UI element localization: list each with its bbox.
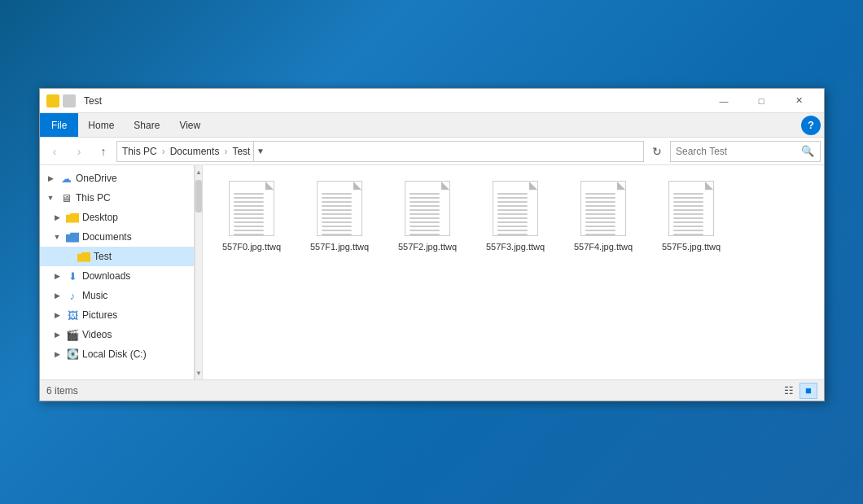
sidebar: ▶ ☁ OneDrive ▼ 🖥 This PC ▶ Desktop [40, 165, 195, 379]
file-icon-2 [401, 179, 453, 238]
address-box[interactable]: This PC › Documents › Test ▼ [116, 141, 644, 162]
pictures-icon: 🖼 [66, 309, 79, 322]
sidebar-item-downloads[interactable]: ▶ ⬇ Downloads [40, 266, 194, 286]
doc-line [234, 221, 264, 223]
breadcrumb-test[interactable]: Test [232, 146, 250, 157]
file-doc-2 [405, 181, 450, 236]
minimize-button[interactable]: — [705, 89, 743, 113]
file-item-4[interactable]: 557F4.jpg.ttwq [563, 173, 644, 258]
file-doc-5 [668, 181, 714, 236]
sidebar-label-desktop: Desktop [82, 212, 118, 223]
expand-icon-desktop: ▶ [51, 212, 63, 223]
address-bar: ‹ › ↑ This PC › Documents › Test ▼ ↻ [40, 138, 824, 165]
search-box: 🔍 [670, 141, 821, 162]
pin-icon [63, 94, 76, 107]
expand-icon-pictures: ▶ [51, 309, 63, 321]
breadcrumb-thispc[interactable]: This PC [122, 146, 157, 157]
file-explorer-window: Test — □ ✕ File Home Share View ? ‹ › ↑ … [39, 88, 825, 401]
file-item-3[interactable]: 557F3.jpg.ttwq [475, 173, 556, 258]
title-bar-left: Test [46, 94, 705, 107]
sidebar-label-onedrive: OneDrive [76, 173, 117, 184]
file-item-2[interactable]: 557F2.jpg.ttwq [387, 173, 468, 258]
folder-icon-test [77, 250, 90, 263]
sidebar-label-localdisk: Local Disk (C:) [82, 348, 147, 360]
expand-icon-onedrive: ▶ [45, 173, 56, 184]
sidebar-scrollbar[interactable]: ▲ ▼ [195, 165, 203, 379]
breadcrumb-sep-2: › [224, 146, 227, 157]
sidebar-item-pictures[interactable]: ▶ 🖼 Pictures [40, 305, 194, 325]
breadcrumb-test-label: Test [232, 146, 250, 157]
desktop: Test — □ ✕ File Home Share View ? ‹ › ↑ … [0, 0, 863, 504]
doc-line [234, 230, 264, 231]
file-icon-3 [489, 179, 541, 238]
doc-line [234, 201, 264, 203]
menu-bar: File Home Share View ? [40, 113, 824, 138]
breadcrumb-thispc-label: This PC [122, 146, 157, 157]
sidebar-item-thispc[interactable]: ▼ 🖥 This PC [40, 188, 194, 208]
file-item-0[interactable]: 557F0.jpg.ttwq [211, 173, 292, 258]
up-button[interactable]: ↑ [92, 140, 115, 163]
disk-icon: 💽 [66, 348, 79, 361]
main-area: ▶ ☁ OneDrive ▼ 🖥 This PC ▶ Desktop [40, 165, 824, 379]
breadcrumb-sep-1: › [162, 146, 165, 157]
view-controls: ☷ ■ [780, 383, 817, 399]
sidebar-item-documents[interactable]: ▼ Documents [40, 227, 194, 247]
file-name-4: 557F4.jpg.ttwq [574, 241, 633, 252]
videos-icon: 🎬 [66, 328, 79, 341]
file-item-1[interactable]: 557F1.jpg.ttwq [299, 173, 380, 258]
sidebar-item-videos[interactable]: ▶ 🎬 Videos [40, 325, 194, 344]
refresh-button[interactable]: ↻ [646, 140, 668, 163]
search-button[interactable]: 🔍 [799, 142, 817, 160]
menu-help[interactable]: ? [801, 116, 821, 135]
doc-line [234, 197, 264, 199]
folder-icon-desktop [66, 211, 79, 224]
scroll-down-arrow[interactable]: ▼ [195, 366, 203, 379]
status-item-count: 6 items [46, 385, 780, 397]
expand-icon-downloads: ▶ [51, 270, 63, 282]
file-area: 557F0.jpg.ttwq 557F1.jpg.ttwq [203, 165, 824, 379]
back-button[interactable]: ‹ [43, 140, 66, 163]
breadcrumb-documents[interactable]: Documents [170, 146, 220, 157]
file-doc-3 [493, 181, 538, 236]
file-doc-1 [317, 181, 362, 236]
sidebar-label-videos: Videos [82, 329, 112, 340]
file-doc-0 [229, 181, 274, 236]
sidebar-item-music[interactable]: ▶ ♪ Music [40, 286, 194, 305]
sidebar-label-music: Music [82, 290, 107, 301]
file-icon-1 [313, 179, 366, 238]
folder-icon-small [46, 96, 59, 106]
expand-icon-thispc: ▼ [45, 192, 56, 204]
search-input[interactable] [676, 146, 799, 157]
list-view-button[interactable]: ☷ [780, 383, 798, 399]
sidebar-item-desktop[interactable]: ▶ Desktop [40, 208, 194, 227]
sidebar-label-test: Test [94, 251, 112, 262]
pc-icon: 🖥 [59, 191, 72, 204]
menu-file[interactable]: File [40, 113, 78, 137]
file-icon-5 [665, 179, 717, 238]
grid-view-button[interactable]: ■ [799, 383, 817, 399]
download-icon: ⬇ [66, 270, 79, 283]
menu-share[interactable]: Share [124, 113, 169, 137]
file-icon-4 [577, 179, 629, 238]
file-item-5[interactable]: 557F5.jpg.ttwq [651, 173, 732, 258]
sidebar-item-onedrive[interactable]: ▶ ☁ OneDrive [40, 169, 194, 188]
file-icon-0 [226, 179, 278, 238]
folder-icon-documents [66, 230, 79, 243]
address-dropdown-button[interactable]: ▼ [253, 141, 266, 162]
breadcrumb-documents-label: Documents [170, 146, 220, 157]
menu-home[interactable]: Home [78, 113, 124, 137]
scroll-thumb[interactable] [195, 180, 202, 213]
close-button[interactable]: ✕ [780, 89, 817, 113]
sidebar-item-localdisk[interactable]: ▶ 💽 Local Disk (C:) [40, 344, 194, 364]
file-name-2: 557F2.jpg.ttwq [398, 241, 457, 252]
doc-line [234, 209, 264, 211]
scroll-up-arrow[interactable]: ▲ [195, 165, 203, 178]
maximize-button[interactable]: □ [743, 89, 780, 113]
cloud-icon: ☁ [59, 172, 72, 185]
forward-button[interactable]: › [68, 140, 90, 163]
file-doc-lines-1 [322, 193, 352, 235]
sidebar-item-test[interactable]: ▶ Test [40, 247, 194, 266]
file-doc-4 [580, 181, 626, 236]
menu-view[interactable]: View [169, 113, 210, 137]
doc-line [234, 226, 264, 227]
